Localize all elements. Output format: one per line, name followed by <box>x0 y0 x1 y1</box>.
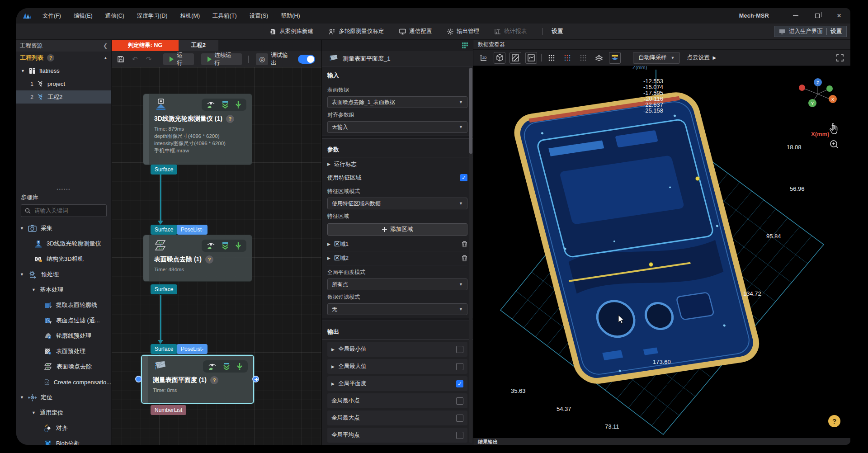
project-group-flatness[interactable]: ▼ flatness <box>16 64 111 77</box>
point-cloud-scene[interactable]: Z(mm) -12.553 -15.074 -17.595 -20.116 -2… <box>473 66 850 438</box>
new-from-case-button[interactable]: 从案例库新建 <box>270 28 313 35</box>
menu-edit[interactable]: 编辑(E) <box>68 10 98 22</box>
output-checkbox[interactable] <box>456 346 463 353</box>
caret-right-icon[interactable]: ▶ <box>327 242 330 246</box>
debug-output-toggle[interactable] <box>298 55 315 64</box>
output-checkbox[interactable] <box>456 363 463 370</box>
profiler-calibration-button[interactable]: 多轮廓测量仪标定 <box>329 28 384 35</box>
collapse-result-icon[interactable] <box>221 101 229 109</box>
cube-view-icon[interactable] <box>494 52 505 64</box>
node-left-port[interactable] <box>135 376 142 382</box>
node-right-add-port[interactable] <box>252 376 259 382</box>
node-surface-denoise[interactable]: 表面噪点去除 (1) ? Time: 484ms <box>143 235 252 282</box>
step-item-surface-point-filter[interactable]: 表面点过滤 (通... <box>16 313 111 328</box>
export-2d-icon[interactable]: 2D <box>478 52 490 64</box>
caret-down-icon[interactable]: ▼ <box>21 69 25 73</box>
step-item-surface-denoise[interactable]: 表面噪点去除 <box>16 359 111 374</box>
pan-tool-icon[interactable] <box>830 123 837 134</box>
output-checkbox[interactable] <box>456 432 463 439</box>
project-list-help-icon[interactable]: ? <box>47 54 54 61</box>
comm-config-button[interactable]: 通信配置 <box>399 28 432 35</box>
trash-icon[interactable] <box>462 241 467 247</box>
output-checkbox[interactable] <box>456 397 463 405</box>
global-flatness-mode-select[interactable]: 所有点▼ <box>327 278 467 290</box>
run-continuous-button[interactable]: 连续运行 <box>201 53 242 65</box>
properties-scrollbar[interactable] <box>469 67 472 443</box>
save-button[interactable] <box>115 54 127 65</box>
panel-layout-icon[interactable] <box>462 42 468 49</box>
output-port-surface[interactable]: Surface <box>151 165 177 175</box>
output-row-global-min[interactable]: ▶全局最小值 <box>327 342 467 357</box>
point-cloud-white-icon[interactable] <box>546 52 557 64</box>
project-item-project[interactable]: 1 project <box>16 77 111 90</box>
step-group-acquisition[interactable]: ▼ 采集 <box>16 221 111 236</box>
help-button[interactable]: ? <box>828 415 840 427</box>
output-row-global-max-point[interactable]: 全局最大点 <box>327 411 467 425</box>
marker-point[interactable] <box>649 263 653 267</box>
add-region-button[interactable]: 添加区域 <box>327 223 467 236</box>
expand-viewer-icon[interactable] <box>834 52 846 64</box>
output-row-global-max[interactable]: ▶全局最大值 <box>327 359 467 374</box>
menu-deep-learning[interactable]: 深度学习(D) <box>132 10 173 22</box>
feature-region-mode-select[interactable]: 使用特征区域内数据▼ <box>327 198 467 209</box>
sidebar-split-handle[interactable]: •••••• <box>16 187 111 192</box>
hatch-display-icon[interactable] <box>509 52 521 64</box>
output-port-numberlist[interactable]: NumberList <box>151 405 186 415</box>
layers-colored-icon[interactable] <box>609 52 621 64</box>
step-search-box[interactable] <box>21 204 107 217</box>
node-help-icon[interactable]: ? <box>210 376 218 384</box>
result-output-bar[interactable]: 结果输出 <box>473 438 850 445</box>
view-result-icon[interactable] <box>207 101 215 109</box>
cloud-settings-button[interactable]: 点云设置 ▶ <box>687 54 716 61</box>
point-cloud-colored-icon[interactable] <box>561 52 573 64</box>
enter-production-button[interactable]: 进入生产界面 设置 <box>774 26 847 37</box>
stats-report-button[interactable]: 统计报表 <box>495 28 527 35</box>
settings-button[interactable]: 设置 <box>552 28 563 35</box>
input-port-poselist[interactable]: PoseList- <box>177 225 208 235</box>
step-group-preprocessing[interactable]: ▼ 预处理 <box>16 267 111 282</box>
scrollbar-thumb[interactable] <box>469 68 472 154</box>
menu-camera[interactable]: 相机(M) <box>175 10 205 22</box>
gizmo-neg-axis-ball[interactable] <box>799 85 805 91</box>
step-group-basic-processing[interactable]: ▼ 基本处理 <box>16 282 111 297</box>
marker-point[interactable] <box>696 177 700 181</box>
use-feature-region-checkbox[interactable]: ✓ <box>460 174 467 181</box>
zoom-tool-icon[interactable] <box>830 141 838 148</box>
output-row-global-min-point[interactable]: 全局最小点 <box>327 393 467 408</box>
step-item-profile-preprocess[interactable]: 轮廓线预处理 <box>16 328 111 344</box>
region2-row[interactable]: ▶ 区域2 <box>327 251 467 265</box>
minimize-button[interactable] <box>789 11 802 21</box>
view-result-icon[interactable] <box>207 242 215 250</box>
menu-help[interactable]: 帮助(H) <box>275 10 305 22</box>
gizmo-axis-ball[interactable] <box>826 85 833 92</box>
flow-canvas[interactable]: 3D线激光轮廓测量仪 (1) ? Time: 879ms depth图像尺寸(4… <box>112 67 321 445</box>
undo-button[interactable]: ↶ <box>129 54 141 65</box>
sidebar-collapse-button[interactable]: ❮ <box>103 42 108 49</box>
curve-display-icon[interactable] <box>525 52 537 64</box>
point-cloud-dim-icon[interactable] <box>577 52 589 64</box>
output-port-surface[interactable]: Surface <box>151 284 177 294</box>
run-button[interactable]: 运行 <box>163 53 193 65</box>
output-row-global-flatness[interactable]: ▶全局平面度✓ <box>327 376 467 391</box>
step-group-locating[interactable]: ▼ 定位 <box>16 390 111 405</box>
step-item-structured-light-camera[interactable]: 结构光3D相机 <box>16 251 111 267</box>
step-item-create-compensation[interactable]: Create compensatio... <box>16 374 111 390</box>
step-item-extract-profile[interactable]: 提取表面轮廓线 <box>16 297 111 313</box>
caret-right-icon[interactable]: ▶ <box>327 162 330 166</box>
run-options-button[interactable]: ◎ <box>256 53 268 65</box>
close-button[interactable]: × <box>832 11 846 21</box>
output-row-global-mean-point[interactable]: 全局平均点 <box>327 428 467 443</box>
layers-icon[interactable] <box>593 52 605 64</box>
input-port-surface[interactable]: Surface <box>151 225 177 235</box>
project-item-gongcheng2[interactable]: 2 工程2 <box>16 90 111 104</box>
run-flag-row[interactable]: ▶ 运行标志 <box>327 157 467 171</box>
step-group-general-locating[interactable]: ▼ 通用定位 <box>16 405 111 420</box>
step-item-laser-profiler[interactable]: 3D线激光轮廓测量仪 <box>16 236 111 251</box>
output-mgmt-button[interactable]: 输出管理 <box>447 28 479 35</box>
output-checkbox[interactable] <box>456 415 463 422</box>
data-filter-mode-select[interactable]: 无▼ <box>327 303 467 315</box>
input-port-surface[interactable]: Surface <box>151 344 177 354</box>
step-item-align[interactable]: 对齐 <box>16 420 111 436</box>
menu-file[interactable]: 文件(F) <box>37 10 66 22</box>
download-result-icon[interactable] <box>235 242 241 250</box>
